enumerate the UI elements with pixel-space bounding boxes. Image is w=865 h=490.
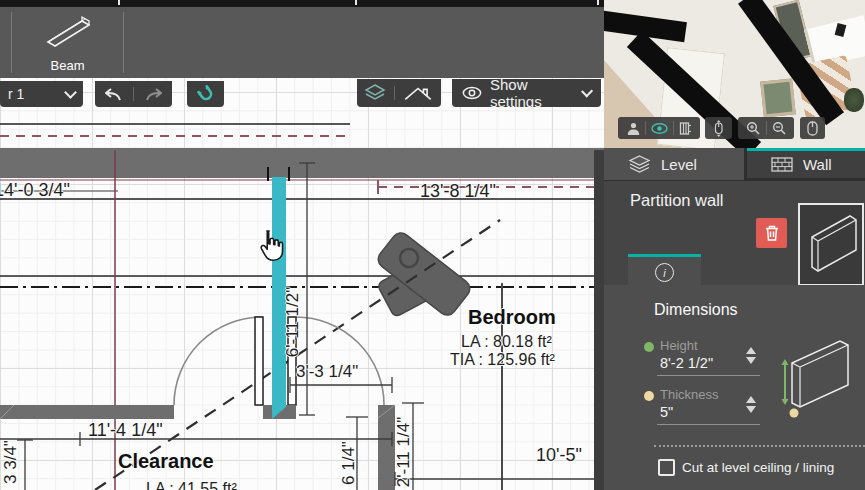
chevron-down-icon bbox=[581, 85, 593, 97]
tab-level[interactable]: Level bbox=[604, 148, 744, 180]
dim-lower-left: 11'-4 1/4" bbox=[88, 420, 163, 440]
trash-icon bbox=[764, 224, 780, 242]
wall-bricks-icon bbox=[771, 157, 793, 172]
thickness-stepper-down[interactable] bbox=[746, 406, 756, 413]
height-field-underline bbox=[657, 375, 760, 376]
eye-icon bbox=[462, 86, 482, 100]
pan-mode-button[interactable] bbox=[705, 117, 732, 139]
floor-selector-dropdown[interactable]: r 1 bbox=[0, 81, 83, 107]
app-window: 7 1/2" 14'-0 3/4" 13'-8 1/4" 6'-11 1/2" … bbox=[0, 0, 865, 490]
dim-mid-vertical: 6 1/4" bbox=[339, 423, 359, 490]
redo-icon[interactable] bbox=[144, 88, 162, 101]
selection-title: Partition wall bbox=[630, 191, 724, 210]
thickness-status-dot bbox=[644, 391, 654, 401]
thickness-field-underline bbox=[657, 424, 760, 425]
mouse-pan-icon bbox=[711, 120, 726, 137]
dim-right-vertical: 2'-11 1/4" bbox=[394, 392, 414, 490]
magnet-snap-button[interactable] bbox=[187, 81, 224, 107]
properties-panel: Level Wall Partition wall bbox=[604, 0, 865, 490]
tab-info[interactable]: i bbox=[628, 254, 701, 288]
room-clearance-la: LA : 41.55 ft² bbox=[146, 479, 237, 490]
room-bedroom-tia: TIA : 125.96 ft² bbox=[450, 350, 555, 370]
eye-view-icon[interactable] bbox=[651, 123, 668, 134]
height-status-dot bbox=[644, 342, 654, 352]
thickness-stepper-up[interactable] bbox=[746, 396, 756, 403]
ruler-tick bbox=[118, 0, 120, 5]
dimensions-heading: Dimensions bbox=[654, 301, 738, 319]
thickness-value-field[interactable]: 5" bbox=[660, 404, 673, 420]
furniture-object[interactable] bbox=[375, 229, 474, 318]
scene-plant bbox=[844, 88, 864, 112]
camera-tools-group bbox=[618, 117, 700, 139]
height-stepper-down[interactable] bbox=[746, 357, 756, 364]
bottom-wall-left[interactable] bbox=[0, 405, 174, 419]
dim-upper-right: 13'-8 1/4" bbox=[420, 181, 496, 201]
show-settings-label: Show settings bbox=[490, 76, 575, 110]
zoom-in-icon[interactable] bbox=[746, 121, 761, 136]
room-label-clearance: Clearance bbox=[118, 451, 214, 471]
toolbar-divider bbox=[123, 12, 124, 73]
mouse-controls-button[interactable] bbox=[800, 117, 825, 139]
tools-toolbar: Beam bbox=[0, 0, 604, 78]
zoom-tools-group bbox=[738, 117, 794, 139]
cut-ceiling-checkbox[interactable] bbox=[658, 459, 675, 476]
height-label: Height bbox=[660, 338, 698, 353]
magnet-icon bbox=[196, 84, 216, 104]
ruler-strip bbox=[0, 0, 604, 7]
delete-button[interactable] bbox=[756, 218, 787, 248]
thickness-marker-dot bbox=[790, 409, 799, 418]
corner-wall-vertical[interactable] bbox=[378, 405, 395, 490]
height-value-field[interactable]: 8'-2 1/2" bbox=[660, 355, 713, 371]
undo-redo-group bbox=[95, 81, 172, 107]
thickness-label: Thickness bbox=[660, 387, 719, 402]
dim-left-vertical: 3 3/4" bbox=[1, 422, 21, 490]
panel-body: Dimensions Height 8'-2 1/2" Thickness 5" bbox=[604, 285, 865, 490]
beam-label: Beam bbox=[12, 58, 123, 73]
wall-slab-icon bbox=[800, 205, 862, 284]
tab-level-label: Level bbox=[661, 156, 697, 173]
door-swing-arc-right bbox=[296, 317, 384, 405]
level-layers-icon bbox=[628, 155, 651, 174]
door-leaf-left[interactable] bbox=[255, 317, 263, 405]
button-divider bbox=[673, 121, 674, 135]
door-swing-arc-left bbox=[174, 317, 262, 405]
room-label-bedroom: Bedroom bbox=[468, 307, 556, 327]
scene-picture-frame bbox=[760, 78, 796, 117]
section-separator bbox=[654, 445, 865, 447]
height-stepper-up[interactable] bbox=[746, 347, 756, 354]
panel-tabs: Level Wall bbox=[604, 148, 865, 181]
wall-type-thumbnail[interactable] bbox=[798, 203, 864, 286]
height-stepper bbox=[746, 347, 756, 364]
dim-door-offset: 3'-3 1/4" bbox=[296, 362, 358, 382]
layers-icon[interactable] bbox=[364, 84, 386, 102]
mouse-icon bbox=[807, 121, 818, 136]
button-divider bbox=[766, 121, 767, 135]
person-view-icon[interactable] bbox=[627, 122, 640, 135]
right-wall[interactable] bbox=[594, 150, 604, 490]
button-divider bbox=[645, 121, 646, 135]
zoom-out-icon[interactable] bbox=[772, 121, 787, 136]
roof-icon[interactable] bbox=[402, 83, 434, 103]
dim-upper-left: 14'-0 3/4" bbox=[0, 180, 70, 200]
ruler-tick bbox=[355, 0, 357, 5]
elevation-view-icon[interactable] bbox=[679, 122, 692, 135]
beam-icon bbox=[40, 10, 96, 50]
ruler-tick bbox=[597, 0, 599, 5]
cut-ceiling-label: Cut at level ceiling / lining bbox=[682, 460, 834, 475]
button-divider bbox=[133, 87, 134, 101]
wall-dimensions-diagram bbox=[772, 325, 862, 433]
view-options-group bbox=[357, 79, 441, 107]
thickness-stepper bbox=[746, 396, 756, 413]
show-settings-button[interactable]: Show settings bbox=[452, 79, 601, 107]
chevron-down-icon bbox=[64, 86, 77, 99]
undo-icon[interactable] bbox=[105, 88, 123, 101]
room-bedroom-la: LA : 80.18 ft² bbox=[461, 332, 552, 352]
info-icon: i bbox=[655, 263, 674, 282]
button-divider bbox=[394, 86, 395, 100]
selection-header: Partition wall i bbox=[604, 181, 865, 285]
cursor-hand-icon bbox=[256, 228, 286, 262]
tab-wall[interactable]: Wall bbox=[747, 148, 865, 178]
tool-beam[interactable]: Beam bbox=[12, 8, 123, 78]
floor-selector-label: r 1 bbox=[8, 86, 24, 102]
tab-wall-label: Wall bbox=[803, 156, 832, 173]
